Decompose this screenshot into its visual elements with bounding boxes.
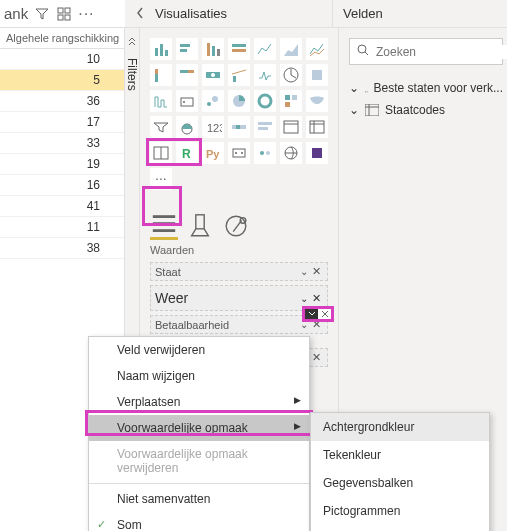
visualization-type-icon[interactable]: [176, 90, 198, 112]
visualization-type-icon[interactable]: [150, 38, 172, 60]
chevron-left-icon[interactable]: [134, 6, 146, 20]
table-row[interactable]: 38: [0, 238, 124, 259]
visualization-type-icon[interactable]: [150, 142, 172, 164]
visualization-type-icon[interactable]: [150, 90, 172, 112]
table-row[interactable]: 36: [0, 91, 124, 112]
svg-point-49: [241, 152, 243, 154]
table-row[interactable]: 10: [0, 49, 124, 70]
field-well-betaalbaarheid[interactable]: Betaalbaarheid ⌄✕: [150, 315, 328, 334]
menu-item[interactable]: Som✓: [89, 512, 309, 531]
visualization-type-icon[interactable]: [228, 90, 250, 112]
svg-rect-17: [188, 70, 194, 73]
more-icon[interactable]: ···: [78, 5, 94, 23]
remove-icon[interactable]: ✕: [310, 318, 323, 331]
chevron-down-icon[interactable]: ⌄: [300, 266, 308, 277]
visualization-type-icon[interactable]: Py: [202, 142, 224, 164]
submenu-item[interactable]: Achtergrondkleur: [311, 413, 489, 441]
svg-point-59: [226, 216, 246, 236]
visualization-type-icon[interactable]: [176, 116, 198, 138]
remove-icon[interactable]: ✕: [310, 265, 323, 278]
visualization-type-icon[interactable]: [228, 116, 250, 138]
search-box[interactable]: [349, 38, 503, 65]
visualization-type-icon[interactable]: [306, 90, 328, 112]
visualization-type-icon[interactable]: [280, 142, 302, 164]
chevron-down-icon[interactable]: ⌄: [300, 293, 308, 304]
visualization-type-icon[interactable]: [202, 64, 224, 86]
format-tab[interactable]: [186, 212, 214, 240]
remove-icon[interactable]: ✕: [310, 351, 323, 364]
visualization-type-icon[interactable]: [228, 142, 250, 164]
visualization-type-icon[interactable]: R: [176, 142, 198, 164]
filter-icon[interactable]: [34, 6, 50, 22]
chevron-down-icon[interactable]: ⌄: [349, 103, 359, 117]
visualization-type-icon[interactable]: [280, 116, 302, 138]
visualization-type-icon[interactable]: [176, 64, 198, 86]
visualization-type-icon[interactable]: [228, 64, 250, 86]
visualizations-pane-title: Visualisaties: [125, 0, 332, 27]
field-well-staat[interactable]: Staat ⌄✕: [150, 262, 328, 281]
visualization-type-icon[interactable]: [254, 38, 276, 60]
visualization-type-icon[interactable]: [254, 116, 276, 138]
table-row[interactable]: 17: [0, 112, 124, 133]
table-row[interactable]: 19: [0, 154, 124, 175]
table-row[interactable]: 11: [0, 217, 124, 238]
field-well-weer[interactable]: Weer ⌄✕: [150, 285, 328, 311]
visualization-type-icon[interactable]: [280, 64, 302, 86]
submenu-item[interactable]: Tekenkleur: [311, 441, 489, 469]
visualization-type-icon[interactable]: [306, 38, 328, 60]
visualization-type-icon[interactable]: ···: [150, 168, 172, 190]
focus-mode-icon[interactable]: [56, 6, 72, 22]
svg-text:···: ···: [155, 170, 167, 186]
svg-point-61: [358, 45, 366, 53]
remove-icon[interactable]: ✕: [310, 292, 323, 305]
menu-item[interactable]: Niet samenvatten: [89, 486, 309, 512]
field-table-item[interactable]: ⌄ Staatcodes: [349, 99, 503, 121]
submenu-item[interactable]: Gegevensbalken: [311, 469, 489, 497]
chevron-down-icon[interactable]: ⌄: [300, 319, 308, 330]
visualization-type-icon[interactable]: 123: [202, 116, 224, 138]
visualization-type-icon[interactable]: [176, 38, 198, 60]
svg-rect-22: [312, 70, 322, 80]
visualization-type-icon[interactable]: [280, 90, 302, 112]
svg-rect-13: [232, 49, 246, 52]
analytics-tab[interactable]: [222, 212, 250, 240]
visualization-type-icon[interactable]: [228, 38, 250, 60]
visualization-type-icon[interactable]: [306, 142, 328, 164]
visualization-type-icon[interactable]: [202, 90, 224, 112]
search-input[interactable]: [376, 45, 507, 59]
visualization-type-icon[interactable]: [306, 64, 328, 86]
menu-item[interactable]: Veld verwijderen: [89, 337, 309, 363]
visualization-type-icon[interactable]: [306, 116, 328, 138]
visualization-type-icon[interactable]: [150, 64, 172, 86]
field-table-item[interactable]: ⌄ Beste staten voor verk...: [349, 77, 503, 99]
fields-pane-title: Velden: [332, 0, 507, 27]
fields-tab[interactable]: [150, 212, 178, 240]
svg-rect-38: [284, 121, 298, 133]
collapse-arrow-icon[interactable]: [126, 36, 138, 48]
table-row[interactable]: 16: [0, 175, 124, 196]
svg-point-24: [183, 101, 185, 103]
menu-item[interactable]: Naam wijzigen: [89, 363, 309, 389]
visualization-type-icon[interactable]: [254, 90, 276, 112]
table-row[interactable]: 5: [0, 70, 124, 91]
menu-item[interactable]: Verplaatsen▶: [89, 389, 309, 415]
table-row[interactable]: 33: [0, 133, 124, 154]
menu-item[interactable]: Voorwaardelijke opmaak▶: [89, 415, 309, 441]
chevron-down-icon[interactable]: ⌄: [349, 81, 359, 95]
visualization-type-icon[interactable]: [280, 38, 302, 60]
visualization-type-icon[interactable]: [150, 116, 172, 138]
svg-rect-37: [258, 127, 268, 130]
column-header[interactable]: Algehele rangschikking: [0, 28, 124, 49]
svg-rect-40: [310, 121, 324, 133]
submenu-item[interactable]: Web-URL: [311, 525, 489, 531]
visualization-type-icon[interactable]: [254, 64, 276, 86]
svg-rect-11: [217, 49, 220, 56]
filters-label: Filters: [125, 58, 139, 91]
svg-text:123: 123: [207, 122, 222, 134]
table-row[interactable]: 41: [0, 196, 124, 217]
values-label: Waarden: [150, 244, 328, 256]
visualization-type-icon[interactable]: [202, 38, 224, 60]
svg-rect-56: [153, 222, 175, 225]
visualization-type-icon[interactable]: [254, 142, 276, 164]
submenu-item[interactable]: Pictogrammen: [311, 497, 489, 525]
